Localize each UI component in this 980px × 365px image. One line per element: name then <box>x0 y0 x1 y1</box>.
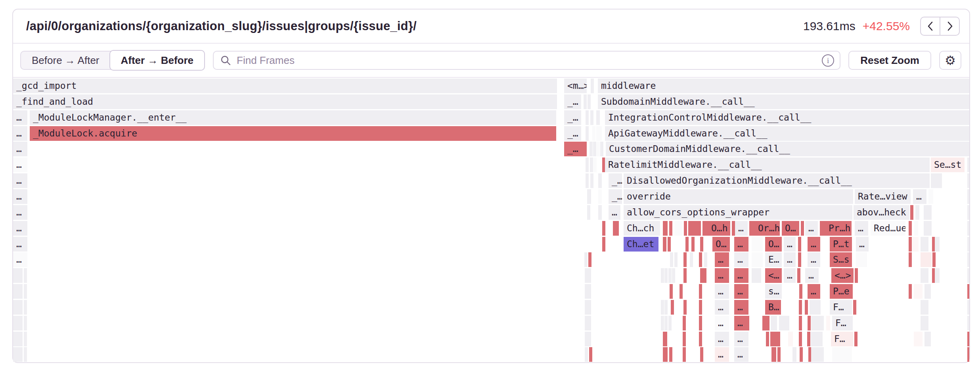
flame-frame[interactable]: Pr…h <box>825 221 852 236</box>
segment-after-before[interactable]: After → Before <box>109 50 205 71</box>
flamegraph[interactable]: _gcd_import<m…>middleware_find_and_load_… <box>13 78 969 362</box>
flame-frame[interactable] <box>914 332 923 346</box>
flame-frame[interactable] <box>586 126 589 141</box>
flame-frame[interactable]: … <box>734 347 748 362</box>
flame-frame[interactable]: Red…ue <box>871 221 905 236</box>
flame-frame[interactable] <box>587 189 591 204</box>
flame-frame[interactable] <box>13 300 23 315</box>
flame-frame[interactable] <box>700 237 703 252</box>
flame-frame[interactable]: … <box>734 284 748 299</box>
flame-frame[interactable] <box>799 300 802 315</box>
flame-frame[interactable]: … <box>13 189 27 204</box>
flame-frame[interactable]: _ModuleLockManager.__enter__ <box>30 110 556 125</box>
flame-frame[interactable] <box>674 252 678 267</box>
flame-frame[interactable] <box>703 268 706 283</box>
flame-frame[interactable] <box>854 332 858 346</box>
flame-frame[interactable] <box>909 252 912 267</box>
flame-frame[interactable] <box>669 347 672 362</box>
flame-frame[interactable] <box>688 221 701 236</box>
flame-frame[interactable] <box>914 284 923 299</box>
flame-frame[interactable] <box>967 173 969 188</box>
flame-frame[interactable] <box>801 221 804 236</box>
flame-frame[interactable]: … <box>734 300 748 315</box>
flame-frame[interactable] <box>967 332 969 346</box>
flame-frame[interactable]: … <box>734 268 748 283</box>
flame-frame[interactable]: … <box>715 316 729 330</box>
flame-frame[interactable] <box>800 347 803 362</box>
flame-frame[interactable] <box>586 173 589 188</box>
flame-frame[interactable] <box>588 252 591 267</box>
flame-frame[interactable]: O… <box>712 237 730 252</box>
flame-frame[interactable] <box>598 189 602 204</box>
flame-frame[interactable] <box>732 221 735 236</box>
flame-frame[interactable]: E… <box>765 252 782 267</box>
flame-frame[interactable] <box>585 284 588 299</box>
flame-frame[interactable]: … <box>715 332 729 346</box>
flame-frame[interactable] <box>752 252 763 267</box>
flame-frame[interactable] <box>598 205 602 220</box>
flame-frame[interactable] <box>921 252 932 267</box>
flame-frame[interactable] <box>779 316 789 330</box>
flame-frame[interactable] <box>585 347 588 362</box>
flame-frame[interactable] <box>613 221 619 236</box>
flame-frame[interactable] <box>690 252 693 267</box>
flame-frame[interactable] <box>704 252 707 267</box>
flame-frame[interactable] <box>683 252 687 267</box>
flame-frame[interactable]: … <box>715 284 729 299</box>
flame-frame[interactable] <box>909 237 912 252</box>
flame-frame[interactable] <box>855 268 858 283</box>
flame-frame[interactable] <box>798 252 801 267</box>
flame-frame[interactable] <box>798 237 801 252</box>
flame-frame[interactable] <box>762 316 766 330</box>
flame-frame[interactable] <box>663 347 668 362</box>
flame-frame[interactable] <box>935 268 940 283</box>
flame-frame[interactable] <box>670 284 673 299</box>
flame-frame[interactable] <box>967 268 969 283</box>
flame-frame[interactable]: O… <box>782 221 799 236</box>
flame-frame[interactable] <box>912 237 919 252</box>
flame-frame[interactable]: … <box>735 221 748 236</box>
flame-frame[interactable] <box>585 268 588 283</box>
flame-frame[interactable] <box>935 237 940 252</box>
flame-frame[interactable] <box>683 347 686 362</box>
find-frames-search[interactable]: i <box>213 51 840 70</box>
flame-frame[interactable] <box>670 252 673 267</box>
flame-frame[interactable]: … <box>13 221 27 236</box>
flame-frame[interactable]: … <box>13 158 27 172</box>
flame-frame[interactable] <box>691 237 695 252</box>
flame-frame[interactable]: … <box>609 205 620 220</box>
flame-frame[interactable] <box>588 284 591 299</box>
flame-frame[interactable] <box>588 316 591 330</box>
flame-frame[interactable]: … <box>784 237 796 252</box>
flame-frame[interactable] <box>586 110 589 125</box>
flame-frame[interactable]: <m…> <box>564 79 587 93</box>
flame-frame[interactable]: … <box>734 316 749 330</box>
flame-frame[interactable] <box>807 332 810 346</box>
flame-frame[interactable] <box>668 316 672 330</box>
flame-frame[interactable] <box>661 300 664 315</box>
flame-frame[interactable] <box>13 347 23 362</box>
flame-frame[interactable] <box>967 205 969 220</box>
flame-frame[interactable] <box>766 332 769 346</box>
flame-frame[interactable] <box>699 284 702 299</box>
flame-frame[interactable]: … <box>808 252 820 267</box>
flame-frame[interactable] <box>752 237 763 252</box>
flame-frame[interactable] <box>24 284 27 299</box>
flame-frame[interactable]: … <box>13 252 27 267</box>
flame-frame[interactable]: <…> <box>831 268 854 283</box>
flame-frame[interactable] <box>700 268 703 283</box>
flame-frame[interactable] <box>663 221 668 236</box>
flame-frame[interactable] <box>585 300 588 315</box>
flame-frame[interactable]: F… <box>832 316 853 330</box>
flame-frame[interactable] <box>684 221 687 236</box>
flame-frame[interactable]: … <box>808 284 820 299</box>
flame-frame[interactable] <box>671 300 674 315</box>
flame-frame[interactable] <box>967 284 969 299</box>
flame-frame[interactable]: _… <box>564 142 587 156</box>
flame-frame[interactable]: F… <box>831 332 853 346</box>
flame-frame[interactable]: … <box>784 252 796 267</box>
flame-frame[interactable]: P…t <box>830 237 852 252</box>
flame-frame[interactable] <box>699 332 702 346</box>
flame-frame[interactable] <box>584 252 588 267</box>
flame-frame[interactable]: … <box>13 205 27 220</box>
